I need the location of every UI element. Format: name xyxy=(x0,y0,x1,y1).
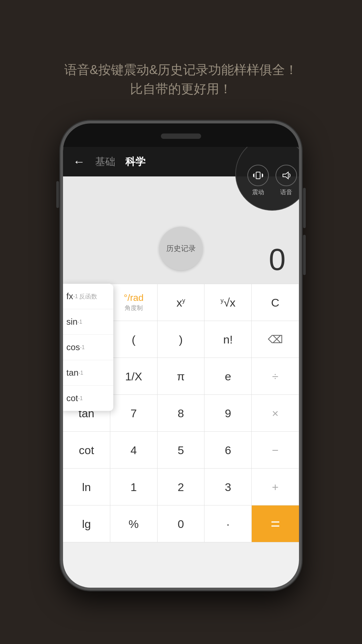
phone-mockup: ← 基础 科学 xyxy=(60,121,302,590)
key-4[interactable]: 4 xyxy=(110,432,158,469)
display-number: 0 xyxy=(269,243,286,277)
key-pi[interactable]: π xyxy=(158,358,205,395)
drawer-item-cos-inv[interactable]: cos-1 xyxy=(63,335,113,360)
key-percent[interactable]: % xyxy=(110,505,158,542)
key-divide[interactable]: ÷ xyxy=(252,358,299,395)
promo-text: 语音&按键震动&历史记录功能样样俱全！ 比自带的更好用！ xyxy=(0,0,362,119)
volume-down-button xyxy=(303,235,306,275)
voice-option[interactable]: 语音 xyxy=(276,165,297,196)
drawer-item-sin-inv[interactable]: sin-1 xyxy=(63,309,113,335)
svg-rect-0 xyxy=(256,172,260,179)
key-root[interactable]: y√x xyxy=(204,284,252,321)
keyboard: fx-1 反函数 sin-1 cos-1 tan-1 cot-1 xyxy=(63,284,299,542)
key-multiply[interactable]: × xyxy=(252,395,299,432)
key-ln[interactable]: ln xyxy=(63,469,110,505)
volume-button xyxy=(56,181,59,208)
function-drawer: fx-1 反函数 sin-1 cos-1 tan-1 cot-1 xyxy=(63,284,113,411)
tab-basic[interactable]: 基础 xyxy=(95,155,115,169)
key-clear[interactable]: C xyxy=(252,284,299,321)
key-equals[interactable]: = xyxy=(252,505,299,542)
key-2[interactable]: 2 xyxy=(158,469,205,505)
power-button xyxy=(303,188,306,228)
nav-tabs: 基础 科学 xyxy=(95,155,145,169)
back-button[interactable]: ← xyxy=(73,155,85,169)
key-inverse[interactable]: 1/X xyxy=(110,358,158,395)
vibrate-label: 震动 xyxy=(252,188,264,196)
key-add[interactable]: + xyxy=(252,469,299,505)
drawer-item-tan-inv[interactable]: tan-1 xyxy=(63,360,113,386)
key-euler[interactable]: e xyxy=(204,358,252,395)
key-6[interactable]: 6 xyxy=(204,432,252,469)
key-degree-rad[interactable]: °/rad 角度制 xyxy=(110,284,158,321)
phone-speaker xyxy=(161,133,201,139)
key-3[interactable]: 3 xyxy=(204,469,252,505)
key-power[interactable]: xy xyxy=(158,284,205,321)
key-subtract[interactable]: − xyxy=(252,432,299,469)
history-label: 历史记录 xyxy=(166,244,196,254)
app-header: ← 基础 科学 xyxy=(63,147,299,176)
voice-icon xyxy=(276,165,297,186)
vibrate-option[interactable]: 震动 xyxy=(247,165,269,196)
key-lg[interactable]: lg xyxy=(63,505,110,542)
svg-marker-5 xyxy=(283,172,288,179)
history-button[interactable]: 历史记录 xyxy=(159,227,203,270)
drawer-item-fx-inv[interactable]: fx-1 反函数 xyxy=(63,284,113,309)
vibrate-icon xyxy=(247,165,269,186)
key-5[interactable]: 5 xyxy=(158,432,205,469)
phone-screen: ← 基础 科学 xyxy=(63,147,299,588)
key-close-paren[interactable]: ) xyxy=(158,321,205,358)
key-0[interactable]: 0 xyxy=(158,505,205,542)
key-1[interactable]: 1 xyxy=(110,469,158,505)
phone-shell: ← 基础 科学 xyxy=(60,121,302,590)
voice-label: 语音 xyxy=(280,188,292,196)
key-9[interactable]: 9 xyxy=(204,395,252,432)
key-8[interactable]: 8 xyxy=(158,395,205,432)
tab-science[interactable]: 科学 xyxy=(125,155,145,169)
key-7[interactable]: 7 xyxy=(110,395,158,432)
key-cot[interactable]: cot xyxy=(63,432,110,469)
key-decimal[interactable]: · xyxy=(204,505,252,542)
drawer-item-cot-inv[interactable]: cot-1 xyxy=(63,386,113,411)
key-open-paren[interactable]: ( xyxy=(110,321,158,358)
key-backspace[interactable]: ⌫ xyxy=(252,321,299,358)
key-factorial[interactable]: n! xyxy=(204,321,252,358)
